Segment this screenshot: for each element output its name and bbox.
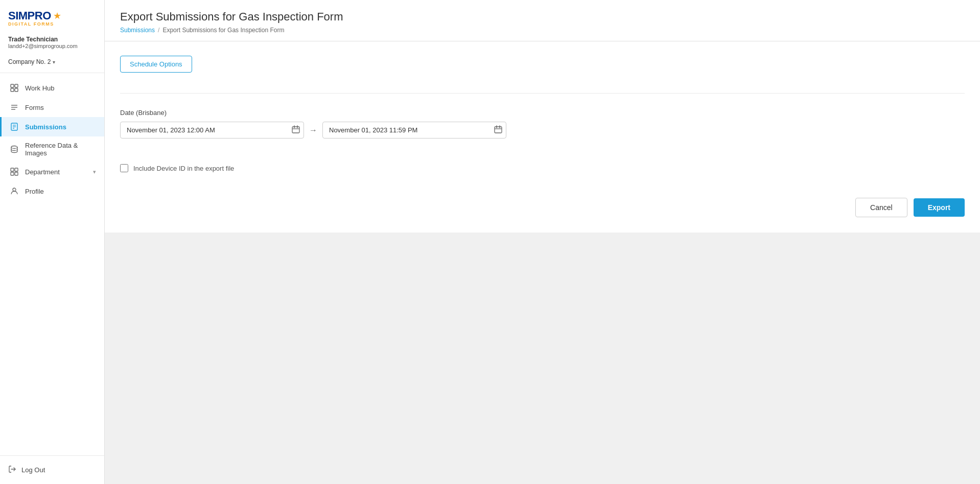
user-info: Trade Technician landd+2@simprogroup.com	[0, 32, 104, 55]
sidebar-bottom: Log Out	[0, 455, 104, 484]
company-selector[interactable]: Company No. 2 ▾	[0, 55, 104, 73]
device-id-checkbox-label[interactable]: Include Device ID in the export file	[120, 164, 965, 172]
work-hub-icon	[10, 83, 19, 93]
sidebar-item-label-reference: Reference Data & Images	[25, 142, 96, 157]
company-label: Company No. 2	[8, 58, 51, 65]
sidebar-item-label-profile: Profile	[25, 188, 96, 195]
svg-point-11	[11, 146, 17, 149]
logout-icon	[8, 465, 16, 475]
logo-subtitle: DIGITAL FORMS	[8, 21, 96, 27]
forms-icon	[10, 103, 19, 112]
date-inputs: →	[120, 122, 965, 139]
svg-rect-1	[15, 84, 18, 87]
sidebar-item-label-submissions: Submissions	[25, 123, 96, 131]
breadcrumb-separator: /	[158, 27, 159, 34]
svg-rect-18	[292, 127, 299, 133]
svg-rect-22	[495, 127, 502, 133]
date-end-input[interactable]	[322, 122, 506, 139]
svg-point-16	[13, 188, 16, 191]
sidebar-item-label-department: Department	[25, 168, 87, 176]
content-card: Schedule Options Date (Brisbane)	[105, 41, 980, 233]
svg-rect-0	[11, 84, 14, 87]
reference-data-icon	[10, 145, 19, 154]
export-button[interactable]: Export	[914, 198, 965, 217]
main-content: Schedule Options Date (Brisbane)	[105, 41, 980, 484]
cancel-button[interactable]: Cancel	[855, 198, 907, 217]
sidebar-item-label-work-hub: Work Hub	[25, 84, 96, 92]
sidebar-item-profile[interactable]: Profile	[0, 181, 104, 201]
action-bar: Cancel Export	[120, 188, 965, 217]
main-area: Export Submissions for Gas Inspection Fo…	[105, 0, 980, 484]
device-id-checkbox[interactable]	[120, 164, 128, 172]
checkbox-section: Include Device ID in the export file	[120, 154, 965, 188]
sidebar-item-department[interactable]: Department ▾	[0, 162, 104, 181]
divider	[120, 93, 965, 94]
sidebar-item-forms[interactable]: Forms	[0, 98, 104, 117]
logout-button[interactable]: Log Out	[8, 462, 96, 478]
profile-icon	[10, 187, 19, 196]
logo-name: SIMPRO	[8, 9, 51, 22]
sidebar-nav: Work Hub Forms Submission	[0, 73, 104, 455]
sidebar-item-reference-data-images[interactable]: Reference Data & Images	[0, 136, 104, 162]
date-start-wrapper	[120, 122, 304, 139]
svg-rect-3	[15, 88, 18, 91]
main-header: Export Submissions for Gas Inspection Fo…	[105, 0, 980, 41]
department-icon	[10, 167, 19, 176]
date-end-wrapper	[322, 122, 506, 139]
logo: SIMPRO ★ DIGITAL FORMS	[0, 0, 104, 32]
calendar-start-icon[interactable]	[292, 125, 300, 135]
svg-rect-14	[11, 172, 14, 175]
date-section: Date (Brisbane) →	[120, 99, 965, 154]
breadcrumb: Submissions / Export Submissions for Gas…	[120, 27, 965, 34]
logout-label: Log Out	[21, 466, 45, 474]
breadcrumb-parent[interactable]: Submissions	[120, 27, 155, 34]
breadcrumb-current: Export Submissions for Gas Inspection Fo…	[162, 27, 284, 34]
chevron-right-icon: ▾	[93, 169, 96, 175]
svg-rect-12	[11, 168, 14, 171]
date-start-input[interactable]	[120, 122, 304, 139]
page-title: Export Submissions for Gas Inspection Fo…	[120, 10, 965, 24]
svg-rect-15	[15, 172, 18, 175]
device-id-checkbox-text: Include Device ID in the export file	[133, 165, 234, 172]
logo-star: ★	[53, 10, 61, 21]
calendar-end-icon[interactable]	[494, 125, 502, 135]
submissions-icon	[10, 122, 19, 131]
sidebar-item-label-forms: Forms	[25, 104, 96, 111]
svg-rect-2	[11, 88, 14, 91]
date-label: Date (Brisbane)	[120, 109, 965, 117]
date-range-arrow-icon: →	[309, 126, 317, 135]
user-email: landd+2@simprogroup.com	[8, 43, 96, 49]
sidebar: SIMPRO ★ DIGITAL FORMS Trade Technician …	[0, 0, 105, 484]
schedule-options-button[interactable]: Schedule Options	[120, 56, 192, 73]
user-name: Trade Technician	[8, 36, 96, 43]
svg-rect-13	[15, 168, 18, 171]
sidebar-item-submissions[interactable]: Submissions	[0, 117, 104, 136]
sidebar-item-work-hub[interactable]: Work Hub	[0, 78, 104, 98]
chevron-down-icon: ▾	[53, 59, 55, 65]
